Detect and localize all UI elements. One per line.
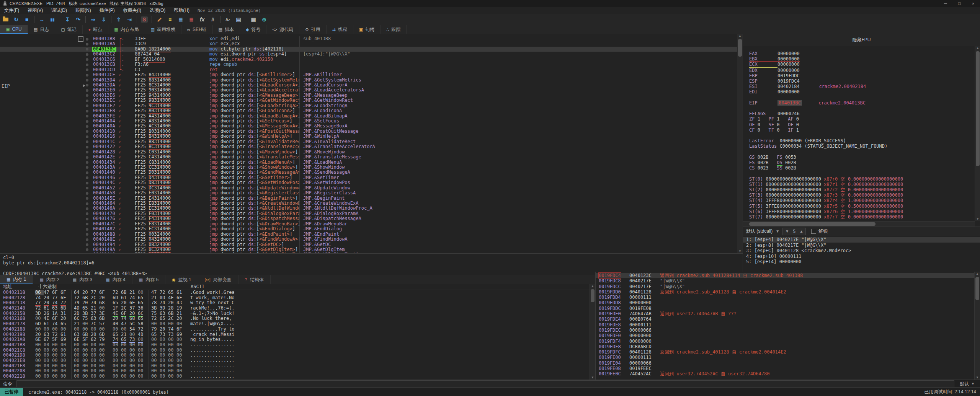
tab-监视 1[interactable]: ◉监视 1 — [165, 275, 198, 284]
disasm-row[interactable]: 004013E0∨FF25 90314000jmp dword ptr ds:[… — [0, 88, 743, 93]
register-row-eflags[interactable]: EFLAGS00000246 — [749, 111, 980, 116]
stack-row[interactable]: 0019FDFC00401128返回到 crackme2.sub_401128 … — [596, 349, 980, 355]
disasm-row[interactable]: 0040141C∨FF25 B8314000jmp dword ptr ds:[… — [0, 139, 743, 144]
disasm-row[interactable]: 004013F2∨FF25 9C314000jmp dword ptr ds:[… — [0, 103, 743, 108]
patch-icon[interactable] — [154, 15, 164, 24]
stack-row[interactable]: 0019FE080019FEEC — [596, 366, 980, 371]
register-row-ecx[interactable]: ECX00000000 — [749, 62, 980, 67]
dump-row[interactable]: 004021583D261A312D3B373E4E6F206C75636B21… — [0, 311, 595, 316]
breakpoint-dot[interactable] — [86, 156, 88, 159]
dump-row[interactable]: 004021487261636B4D6521001F2C37363B3D2819… — [0, 306, 595, 311]
st-register-row[interactable]: ST(5) 3FFE8000000000000000 x87r5 空 0.500… — [749, 204, 980, 209]
stack-row[interactable]: 0019FDE074D647AB返回到 user32.74D647AB 自 ??… — [596, 311, 980, 316]
disasm-row[interactable]: 00401434∨FF25 C8314000jmp dword ptr ds:[… — [0, 160, 743, 165]
disasm-row[interactable]: 00401482∨FF25 FC314000jmp dword ptr ds:[… — [0, 227, 743, 231]
breakpoint-dot[interactable] — [86, 68, 88, 71]
breakpoint-dot[interactable] — [86, 212, 88, 215]
chevron-down-icon[interactable]: ▼ — [785, 229, 789, 233]
restart-icon[interactable]: ↻ — [11, 15, 21, 24]
st-register-row[interactable]: ST(6) 3FFF8000000000000000 x87r6 空 1.000… — [749, 209, 980, 214]
dump-row[interactable]: 004021A86E675F696E5F62797465730000000000… — [0, 337, 595, 342]
chevron-down-icon[interactable]: ▼ — [776, 229, 779, 233]
disasm-row[interactable]: 00401404∨FF25 A8314000jmp dword ptr ds:[… — [0, 119, 743, 124]
labels-icon[interactable]: ≣ — [176, 15, 186, 24]
favourites-icon[interactable]: ⊕ — [259, 15, 269, 24]
dump-row[interactable]: 004021F800000000000000000000000000000000… — [0, 363, 595, 369]
tab-结构体[interactable]: ?结构体 — [238, 275, 271, 284]
disasm-row[interactable]: 004013CB│.F3:A6repe cmpsb — [0, 62, 743, 67]
breakpoint-dot[interactable] — [86, 218, 88, 220]
st-register-row[interactable]: ST(2) 00000000000000000000 x87r2 空 0.000… — [749, 187, 980, 192]
disasm-row[interactable]: 00401476∨FF25 F4314000jmp dword ptr ds:[… — [0, 216, 743, 221]
tab-句柄[interactable]: ▣句柄 — [353, 25, 381, 34]
register-row-esp[interactable]: ESP0019FDC4 — [749, 78, 980, 84]
disasm-row[interactable]: −004013B8┌.33FFxor edi,edisub_4013B8 — [0, 36, 743, 41]
argument-row[interactable]: 2: [esp+8] 0040217E "|W@G\\X" — [743, 243, 980, 248]
disasm-row[interactable]: 0040142E∨FF25 C4314000jmp dword ptr ds:[… — [0, 155, 743, 160]
dump-row[interactable]: 004021D800000000000000000000000000000000… — [0, 353, 595, 358]
disasm-row[interactable]: 004013CD└.C3ret — [0, 67, 743, 72]
calculator-icon[interactable]: ▦ — [248, 15, 258, 24]
run-to-cursor-icon[interactable]: ⇥ — [124, 15, 134, 24]
tab-引用[interactable]: ⊙引用 — [299, 25, 326, 34]
register-row-esi[interactable]: ESI00402184 crackme2.00402184 — [749, 84, 980, 89]
disasm-row[interactable]: 004013CE∨FF25 84314000jmp dword ptr ds:[… — [0, 72, 743, 77]
run-icon[interactable]: → — [37, 15, 47, 24]
tab-符号[interactable]: ◆符号 — [240, 25, 266, 34]
disasm-row[interactable]: 0040148E∨FF25 04324000jmp dword ptr ds:[… — [0, 237, 743, 242]
dump-row[interactable]: 0040211806476F6F6420776F726B210047726561… — [0, 290, 595, 295]
stack-row[interactable]: 0019FE0C74D452AC返回到 user32.74D452AC 自 us… — [596, 371, 980, 376]
disasm-row[interactable]: 00401470∨FF25 F0314000jmp dword ptr ds:[… — [0, 211, 743, 216]
tab-CPU[interactable]: ▣CPU — [0, 25, 28, 34]
disasm-row[interactable]: 00401446∨FF25 D4314000jmp dword ptr ds:[… — [0, 175, 743, 180]
tab-笔记[interactable]: ▢笔记 — [55, 25, 82, 34]
argument-row[interactable]: 1: [esp+4] 0040217E "|W@G\\X" — [743, 237, 980, 243]
breakpoint-dot[interactable] — [86, 48, 88, 51]
laststatus-row[interactable]: LastStatus C0000034 (STATUS_OBJECT_NAME_… — [749, 143, 980, 149]
menu-item-D[interactable]: 调试(D) — [47, 7, 71, 14]
script-type-select[interactable]: 默认▼ — [954, 381, 980, 387]
st-register-row[interactable]: ST(0) 00000000000000000000 x87r0 空 0.000… — [749, 176, 980, 182]
breakpoint-dot[interactable] — [86, 140, 88, 143]
menu-item-V[interactable]: 视图(V) — [23, 7, 47, 14]
memory-dump-pane[interactable]: 地址 十六进制 ASCII 0040211806476F6F6420776F72… — [0, 284, 595, 380]
stack-row[interactable]: 0019FDF000000000 — [596, 333, 980, 338]
breakpoint-dot[interactable] — [86, 187, 88, 189]
breakpoint-dot[interactable] — [86, 192, 88, 195]
breakpoint-dot[interactable] — [86, 197, 88, 200]
dump-row[interactable]: 004021B800000000000000000000000000000000… — [0, 342, 595, 348]
menu-item-N[interactable]: 跟踪(N) — [71, 7, 95, 14]
collapse-icon[interactable]: − — [78, 36, 83, 42]
stack-row[interactable]: 0019FDD000401128返回到 crackme2.sub_401128 … — [596, 289, 980, 295]
tab-内存 2[interactable]: ▦内存 2 — [33, 275, 66, 284]
disasm-row[interactable]: 0040147C∨FF25 F8314000jmp dword ptr ds:[… — [0, 222, 743, 227]
registers-scrollbar[interactable]: ▲▼ — [975, 46, 980, 221]
bookmarks-icon[interactable]: ≣ — [186, 15, 196, 24]
breakpoint-dot[interactable] — [86, 125, 88, 128]
step-over-icon[interactable]: ↷ — [73, 15, 83, 24]
disasm-row[interactable]: 0040143A∨FF25 CC314000jmp dword ptr ds:[… — [0, 165, 743, 170]
registers-pane[interactable]: 隐藏FPU EAX00000000EBX00000000ECX00000000E… — [743, 34, 980, 272]
argument-row[interactable]: 5: [esp+14] 00000000 — [743, 259, 980, 265]
breakpoint-dot[interactable] — [86, 58, 88, 61]
breakpoint-dot[interactable] — [86, 104, 88, 107]
tab-局部变量[interactable]: [x=]局部变量 — [198, 275, 238, 284]
breakpoint-dot[interactable] — [86, 120, 88, 123]
breakpoint-dot[interactable] — [86, 64, 88, 66]
breakpoint-dot[interactable] — [86, 74, 88, 77]
breakpoint-dot[interactable] — [86, 228, 88, 231]
disasm-row[interactable]: 00401494∨FF25 08324000jmp dword ptr ds:[… — [0, 242, 743, 247]
st-register-row[interactable]: ST(1) 00000000000000000000 x87r1 空 0.000… — [749, 182, 980, 187]
execute-till-return-icon[interactable]: ⇑ — [114, 15, 124, 24]
flags-row[interactable]: ZF 1 PF 1 AF 0 — [749, 116, 980, 122]
breakpoint-dot[interactable] — [86, 207, 88, 210]
disasm-row[interactable]: 00401452∨FF25 DC314000jmp dword ptr ds:[… — [0, 186, 743, 191]
disasm-row[interactable]: 00401422∨FF25 BC314000jmp dword ptr ds:[… — [0, 144, 743, 149]
command-input[interactable] — [16, 380, 954, 388]
stop-icon[interactable]: ■ — [22, 15, 32, 24]
stack-row[interactable]: 0019FDD800000000 — [596, 300, 980, 305]
flags-row[interactable]: CF 0 TF 0 IF 1 — [749, 127, 980, 133]
disasm-row[interactable]: 004013F8∨FF25 A0314000jmp dword ptr ds:[… — [0, 108, 743, 113]
stack-pane[interactable]: 0019FDC40040123C返回到 crackme2.sub_401128+… — [595, 272, 980, 380]
menu-item-I[interactable]: 收藏夹(I) — [119, 7, 145, 14]
